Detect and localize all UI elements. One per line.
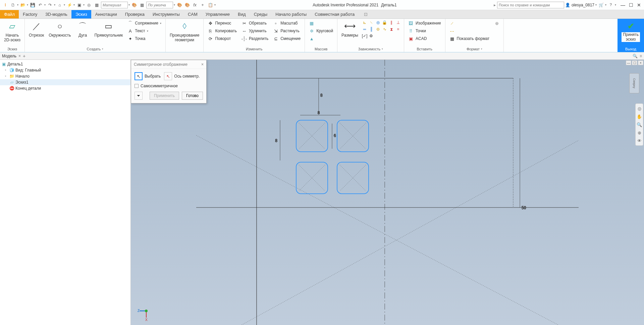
maximize-button[interactable]: ☐ — [628, 2, 634, 8]
user-menu[interactable]: 👤 olesya_0817 ▾ — [565, 3, 597, 7]
dialog-expand-button[interactable]: ⏷ — [135, 92, 143, 100]
select-icon[interactable]: ▣ — [76, 2, 83, 8]
axis-toggle[interactable]: ↖Ось симметр. — [164, 72, 200, 80]
undo-icon[interactable]: ↶ — [37, 2, 44, 8]
offset-button[interactable]: ⊆Смещение — [272, 35, 302, 42]
home-icon[interactable]: ⌂ — [56, 2, 63, 8]
browser-tab-label[interactable]: Модель — [2, 54, 16, 58]
browser-add-icon[interactable]: + — [23, 53, 25, 59]
open-drop[interactable]: ▾ — [27, 3, 28, 6]
help-icon[interactable]: ？ — [607, 2, 614, 8]
plus-qat-icon[interactable]: + — [199, 2, 206, 8]
par-icon[interactable]: ∥ — [388, 19, 394, 26]
nav-home-icon[interactable]: ◎ — [636, 105, 643, 112]
horiz-icon[interactable]: ═ — [362, 26, 368, 32]
smooth-icon[interactable]: ∿ — [382, 26, 388, 32]
redo-icon[interactable]: ↷ — [47, 2, 53, 8]
text-button[interactable]: AТекст▾ — [126, 27, 163, 35]
viewcube[interactable]: Сверху — [629, 73, 639, 93]
new-drop[interactable]: ▾ — [17, 3, 18, 6]
dim-qat-icon[interactable]: ◎ — [86, 2, 92, 8]
tab-cam[interactable]: CAM — [184, 10, 202, 18]
fix-icon[interactable]: 🔒 — [382, 19, 388, 26]
nav-pan-icon[interactable]: ✋ — [636, 113, 643, 120]
finish-sketch-button[interactable]: ✔ Принять эскиз — [620, 19, 641, 43]
browser-menu-icon[interactable]: ≡ — [640, 54, 642, 58]
fx-icon[interactable]: fx — [192, 2, 198, 8]
line-button[interactable]: ／Отрезок — [28, 19, 45, 38]
select-drop[interactable]: ▾ — [83, 3, 85, 6]
close-button[interactable]: ✕ — [636, 2, 642, 8]
show-constr-icon[interactable]: [✓] — [362, 33, 368, 39]
doc-min-icon[interactable]: — — [626, 60, 631, 65]
tree-item-sketch1[interactable]: ▱Эскиз1 — [0, 79, 130, 85]
rect-button[interactable]: ▭Прямоугольник — [93, 19, 124, 38]
dialog-titlebar[interactable]: Симметричное отображение × — [131, 60, 206, 69]
fillet-button[interactable]: ⌒Сопряжение▾ — [126, 19, 163, 27]
move-button[interactable]: ✥Перенос — [206, 19, 238, 27]
search-tri-icon[interactable]: ▸ — [494, 3, 496, 7]
conc-icon[interactable]: ◎ — [375, 19, 381, 26]
select-toggle[interactable]: ↖Выбрать — [135, 72, 161, 80]
redo-drop[interactable]: ▾ — [54, 3, 55, 6]
tab-3dmodel[interactable]: 3D-модель — [41, 10, 71, 18]
calc-icon[interactable]: 📋 — [207, 2, 214, 8]
nav-orbit-icon[interactable]: ⊕ — [636, 129, 643, 136]
constr-set-icon[interactable]: ⚙ — [368, 33, 374, 39]
dialog-close-icon[interactable]: × — [201, 62, 204, 67]
team-drop[interactable]: ▾ — [73, 3, 75, 6]
app-gray-icon[interactable]: ▦ — [139, 2, 145, 8]
stretch-button[interactable]: ⇲Растянуть — [272, 27, 302, 35]
tree-item-eop[interactable]: ⛔Конец детали — [0, 85, 130, 91]
circle-button[interactable]: ○Окружность — [47, 19, 72, 38]
tab-inspect[interactable]: Проверка — [121, 10, 149, 18]
open-icon[interactable]: 📂 — [19, 2, 26, 8]
drawing-canvas[interactable]: — ☐ × Симметричное отображение × ↖Выбрат… — [131, 60, 644, 325]
palette2-icon[interactable]: 🎨 — [184, 2, 191, 8]
tab-view[interactable]: Вид — [234, 10, 250, 18]
browser-search-icon[interactable]: 🔍 — [633, 54, 638, 58]
tab-manage[interactable]: Управление — [202, 10, 234, 18]
sym-icon[interactable]: ⧗ — [388, 26, 394, 32]
acad-button[interactable]: ▣ACAD — [407, 35, 442, 42]
doc-close-icon[interactable]: × — [638, 60, 643, 65]
vert-icon[interactable]: ║ — [368, 26, 374, 32]
nav-zoom-icon[interactable]: 🔍 — [636, 121, 643, 128]
colin-icon[interactable]: ⟍ — [368, 19, 374, 26]
tang-icon[interactable]: ⊖ — [375, 26, 381, 32]
minimize-button[interactable]: — — [620, 2, 626, 8]
cart-icon[interactable]: 🛒 — [598, 2, 604, 8]
tab-extra-icon[interactable]: ⊡ — [360, 10, 372, 18]
equal-icon[interactable]: = — [395, 26, 401, 32]
material-input[interactable] — [101, 2, 128, 8]
tab-env[interactable]: Среды — [250, 10, 272, 18]
tab-annotate[interactable]: Аннотации — [91, 10, 121, 18]
apply-button[interactable]: Применить — [150, 92, 179, 100]
tree-item-origin[interactable]: +📁Начало — [0, 73, 130, 79]
tab-tools[interactable]: Инструменты — [149, 10, 184, 18]
start-2d-sketch-button[interactable]: ▱ Начать 2D-эскиз — [3, 19, 22, 43]
tab-factory[interactable]: Factory — [19, 10, 41, 18]
point-button[interactable]: ✦Точка — [126, 35, 163, 42]
arc-button[interactable]: ⌒Дуга — [74, 19, 91, 38]
save-icon[interactable]: 💾 — [29, 2, 36, 8]
home-drop[interactable]: ▾ — [64, 3, 65, 6]
tab-file[interactable]: Файл — [0, 10, 19, 18]
points-button[interactable]: ⠿Точки — [407, 27, 442, 35]
rotate-button[interactable]: ⟳Поворот — [206, 35, 238, 42]
tab-collab[interactable]: Совместная работа — [311, 10, 359, 18]
self-symmetric-checkbox[interactable]: Самосимметричное — [135, 84, 203, 88]
construction-icon[interactable]: ⟋ — [448, 19, 491, 27]
search-input[interactable] — [497, 2, 564, 8]
grid-icon[interactable]: ▦ — [93, 2, 100, 8]
showformat-button[interactable]: ▦Показать формат — [448, 35, 491, 42]
undo-drop[interactable]: ▾ — [44, 3, 46, 6]
driven-icon[interactable]: ⊕ — [493, 19, 501, 27]
split-button[interactable]: -┆-Разделить — [240, 35, 270, 42]
tab-getstarted[interactable]: Начало работы — [271, 10, 311, 18]
project-geom-button[interactable]: ◊Проецирование геометрии — [168, 19, 201, 43]
appearance-input[interactable] — [146, 2, 173, 8]
new-icon[interactable]: 🗋 — [10, 2, 16, 8]
palette-icon[interactable]: 🎨 — [176, 2, 183, 8]
image-button[interactable]: 🖼Изображение — [407, 19, 442, 27]
